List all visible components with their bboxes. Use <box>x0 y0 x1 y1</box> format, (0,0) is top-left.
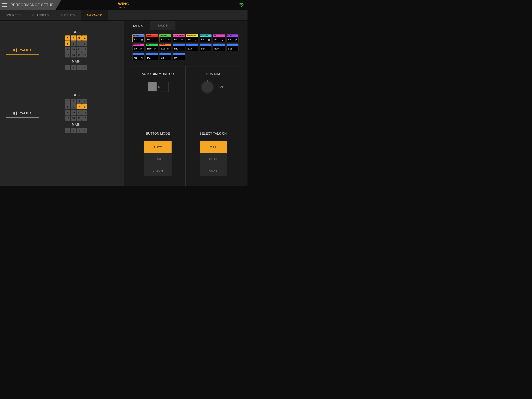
tab-talkback[interactable]: TALKBACK <box>81 10 108 20</box>
bus-tile-M3[interactable]: M3 <box>159 53 171 60</box>
bus-tile-B7[interactable]: PATI B7 <box>213 34 225 42</box>
bus-cell-3[interactable]: 3 <box>76 65 82 70</box>
option-aux8[interactable]: AUX8 <box>200 165 227 176</box>
bus-tile-B5[interactable]: SAXOPHON... B5 <box>186 34 198 42</box>
bus-cell-15[interactable]: 15 <box>76 116 82 121</box>
tile-name <box>133 53 144 55</box>
bus-cell-12[interactable]: 12 <box>82 47 87 52</box>
voc-icon <box>221 38 224 41</box>
right-tab-talk-b[interactable]: TALK B <box>150 21 175 30</box>
bus-cell-16[interactable]: 16 <box>82 116 87 121</box>
tile-id: B12 <box>174 47 178 50</box>
tile-name: PERCUSSI... <box>200 34 211 37</box>
bus-cell-2[interactable]: 2 <box>71 99 76 104</box>
bus-tile-B2[interactable]: BASSIST B2 <box>146 34 158 42</box>
fx-icon: fx <box>167 47 170 50</box>
bus-tile-B6[interactable]: PERCUSSI... B6 <box>200 34 212 42</box>
bus-cell-7[interactable]: 7 <box>76 41 82 46</box>
auto-dim-toggle[interactable]: OFF <box>147 82 169 92</box>
bus-tile-B13[interactable]: B13 <box>186 44 198 51</box>
bus-cell-10[interactable]: 10 <box>71 110 76 115</box>
bus-cell-12[interactable]: 12 <box>82 110 87 115</box>
bus-tile-B4[interactable]: KEYBOARDER B4 <box>173 34 185 42</box>
bus-cell-6[interactable]: 6 <box>71 41 76 46</box>
bus-tile-B16[interactable]: B16 <box>227 44 239 51</box>
tile-id: B9 <box>134 47 137 50</box>
bus-tile-M1[interactable]: M1 <box>133 53 145 60</box>
drum-icon <box>140 38 143 41</box>
bus-label-a: BUS <box>65 30 87 34</box>
svg-rect-20 <box>142 58 143 58</box>
option-off[interactable]: OFF <box>200 141 227 153</box>
bus-cell-4[interactable]: 4 <box>82 128 87 133</box>
option-push[interactable]: PUSH <box>144 153 171 165</box>
bus-cell-8[interactable]: 8 <box>82 41 87 46</box>
tile-id: B2 <box>147 38 150 41</box>
bus-cell-1[interactable]: 1 <box>65 35 70 40</box>
bus-cell-13[interactable]: 13 <box>65 52 70 58</box>
section-divider <box>6 82 118 82</box>
tab-outputs[interactable]: OUTPUTS <box>55 10 81 20</box>
tab-sources[interactable]: SOURCES <box>0 10 26 20</box>
bus-cell-5[interactable]: 5 <box>65 41 70 46</box>
bus-tile-B1[interactable]: Drummer B1 <box>133 34 145 42</box>
tile-id: B4 <box>174 38 177 41</box>
bus-cell-4[interactable]: 4 <box>82 99 87 104</box>
bus-tile-B8[interactable]: MICHA B8 <box>227 34 239 42</box>
bus-cell-7[interactable]: 7 <box>76 104 82 109</box>
bus-tile-M2[interactable]: M2 <box>146 53 158 60</box>
talk-a-button[interactable]: A TALK A <box>6 46 39 55</box>
bus-tile-B15[interactable]: B15 <box>213 44 225 51</box>
tile-name <box>200 44 211 46</box>
bus-cell-13[interactable]: 13 <box>65 116 70 121</box>
bus-cell-2[interactable]: 2 <box>71 35 76 40</box>
bus-cell-15[interactable]: 15 <box>76 52 82 58</box>
bus-cell-2[interactable]: 2 <box>71 65 76 70</box>
right-tab-talk-a[interactable]: TALK A <box>125 21 150 30</box>
bus-cell-14[interactable]: 14 <box>71 52 76 58</box>
tab-channels[interactable]: CHANNELS <box>26 10 55 20</box>
bus-cell-3[interactable]: 3 <box>76 128 82 133</box>
bus-cell-9[interactable]: 9 <box>65 47 70 52</box>
bus-tile-B11[interactable]: DELAY B11fx <box>159 44 171 51</box>
option-ch40[interactable]: CH40 <box>200 153 227 165</box>
bus-tile-B9[interactable]: REVERB B9fx <box>133 44 145 51</box>
bus-cell-10[interactable]: 10 <box>71 47 76 52</box>
tile-name <box>186 44 198 46</box>
bus-cell-14[interactable]: 14 <box>71 116 76 121</box>
bus-tile-M4[interactable]: M4 <box>173 53 185 60</box>
bus-tile-B14[interactable]: B14 <box>200 44 212 51</box>
bus-tile-B12[interactable]: B12 <box>173 44 185 51</box>
bus-tile-B10[interactable]: HALL B10fx <box>146 44 158 51</box>
tile-name <box>173 44 185 46</box>
bus-cell-5[interactable]: 5 <box>65 104 70 109</box>
menu-icon[interactable] <box>2 3 7 7</box>
bus-cell-11[interactable]: 11 <box>76 47 82 52</box>
main-tabs: SOURCESCHANNELSOUTPUTSTALKBACK <box>0 10 247 21</box>
talk-b-button[interactable]: B TALK B <box>6 109 39 118</box>
bus-cell-6[interactable]: 6 <box>71 104 76 109</box>
bus-cell-3[interactable]: 3 <box>76 35 82 40</box>
bus-dim-knob[interactable] <box>202 82 213 93</box>
option-auto[interactable]: AUTO <box>144 141 171 153</box>
bus-cell-1[interactable]: 1 <box>65 99 70 104</box>
bus-cell-4[interactable]: 4 <box>82 65 87 70</box>
bus-cell-4[interactable]: 4 <box>82 35 87 40</box>
bus-cell-9[interactable]: 9 <box>65 110 70 115</box>
bus-cell-1[interactable]: 1 <box>65 128 70 133</box>
brand-main: WING <box>118 2 129 6</box>
bus-dim-title: BUS DIM <box>206 72 220 76</box>
bus-tile-B3[interactable]: GUITARIST B3 <box>159 34 171 42</box>
talkback-icon: A <box>13 48 18 52</box>
bus-cell-3[interactable]: 3 <box>76 99 82 104</box>
bus-cell-2[interactable]: 2 <box>71 128 76 133</box>
bus-cell-1[interactable]: 1 <box>65 65 70 70</box>
brand-logo: WING COPILOT <box>118 2 129 8</box>
option-latch[interactable]: LATCH <box>144 165 171 176</box>
tile-id: M1 <box>134 57 137 59</box>
bus-cell-16[interactable]: 16 <box>82 52 87 58</box>
bus-cell-8[interactable]: 8 <box>82 104 87 109</box>
auto-dim-title: AUTO DIM MONITOR <box>142 72 174 76</box>
bus-cell-11[interactable]: 11 <box>76 110 82 115</box>
keys-icon <box>181 38 184 41</box>
